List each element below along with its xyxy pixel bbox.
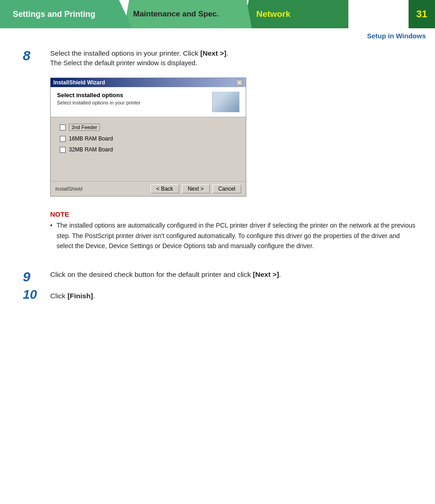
tab-settings[interactable]: Settings and Printing [0, 0, 132, 28]
dialog-box: InstallShield Wizard ✕ Select installed … [50, 78, 246, 197]
checkbox-label-16mb: 16MB RAM Board [69, 135, 113, 142]
dialog-back-button[interactable]: < Back [150, 184, 179, 193]
page-number: 31 [409, 0, 435, 28]
dialog-header-image [212, 92, 239, 112]
step-9-number: 9 [23, 269, 50, 284]
step-8-number: 8 [23, 48, 50, 63]
step-9-text: Click on the desired check button for th… [50, 269, 417, 280]
checkbox-label-32mb: 32MB RAM Board [69, 146, 113, 153]
step-8-main-text: Select the installed options in your pri… [50, 48, 417, 58]
note-text: The installed options are automatically … [50, 220, 417, 251]
checkbox-32mb[interactable] [60, 147, 66, 153]
dialog-brand-label: InstallShield [55, 186, 82, 192]
dialog-footer: InstallShield < Back Next > Cancel [51, 181, 246, 196]
note-label: NOTE [50, 210, 417, 218]
checkbox-label-2nd-feeder: 2nd Feeder [69, 124, 100, 131]
dialog-checkbox-row-2: 16MB RAM Board [60, 135, 237, 142]
dialog-header-subtitle: Select installed options in your printer [57, 100, 140, 105]
step-10-number: 10 [23, 288, 50, 302]
dialog-next-button[interactable]: Next > [182, 184, 210, 193]
tab-network-label: Network [256, 9, 290, 19]
dialog-title: InstallShield Wizard [53, 79, 105, 86]
step-10-content: Click [Finish]. [50, 288, 417, 302]
step-8-content: Select the installed options in your pri… [50, 48, 417, 260]
tab-network[interactable]: Network [243, 0, 348, 28]
setup-in-windows-title: Setup in Windows [0, 28, 435, 40]
main-content: 8 Select the installed options in your p… [0, 40, 435, 319]
checkbox-2nd-feeder[interactable] [60, 125, 66, 130]
step-9-row: 9 Click on the desired check button for … [23, 269, 417, 284]
dialog-header-title: Select installed options [57, 92, 140, 99]
dialog-cancel-button[interactable]: Cancel [212, 184, 241, 193]
tab-maintenance-label: Maintenance and Spec. [133, 10, 219, 19]
dialog-main-area: 2nd Feeder 16MB RAM Board 32MB RAM Board [51, 117, 246, 181]
dialog-header-text: Select installed options Select installe… [57, 92, 140, 105]
step-10-row: 10 Click [Finish]. [23, 288, 417, 302]
dialog-checkbox-row-3: 32MB RAM Board [60, 146, 237, 153]
step-9-content: Click on the desired check button for th… [50, 269, 417, 281]
checkbox-16mb[interactable] [60, 136, 66, 142]
dialog-header-area: Select installed options Select installe… [51, 87, 246, 117]
note-section: NOTE The installed options are automatic… [50, 210, 417, 251]
header-tabs: Settings and Printing Maintenance and Sp… [0, 0, 435, 28]
dialog-titlebar-buttons: ✕ [236, 79, 243, 86]
step-8-row: 8 Select the installed options in your p… [23, 48, 417, 260]
tab-settings-label: Settings and Printing [13, 10, 95, 19]
dialog-checkbox-row-1: 2nd Feeder [60, 124, 237, 131]
installshield-dialog-screenshot: InstallShield Wizard ✕ Select installed … [50, 78, 246, 197]
dialog-close-btn[interactable]: ✕ [236, 79, 243, 86]
step-10-text: Click [Finish]. [50, 291, 417, 301]
tab-maintenance[interactable]: Maintenance and Spec. [124, 0, 252, 28]
dialog-buttons: < Back Next > Cancel [150, 184, 241, 193]
dialog-titlebar: InstallShield Wizard ✕ [51, 78, 246, 87]
step-8-sub-text: The Select the default printer window is… [50, 59, 417, 67]
